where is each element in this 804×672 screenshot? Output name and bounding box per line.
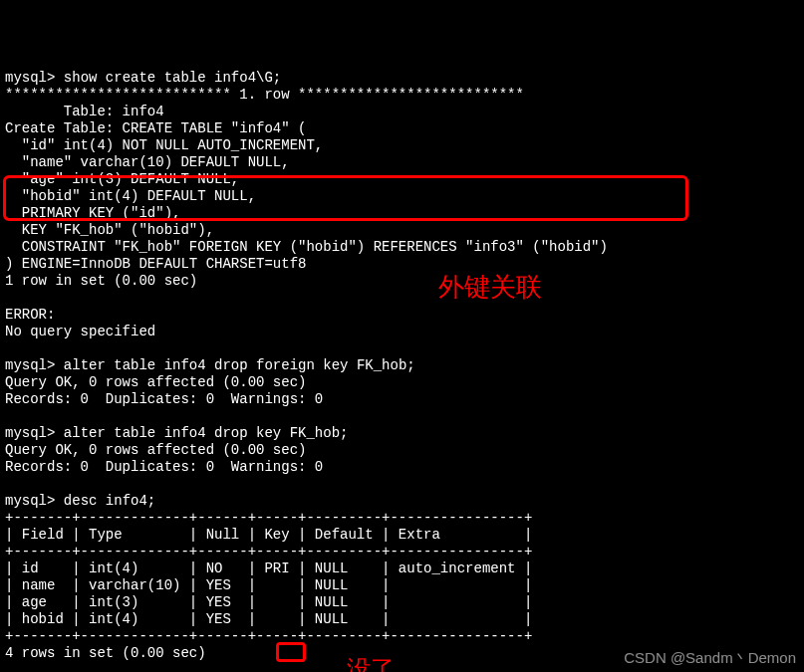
create-line: "id" int(4) NOT NULL AUTO_INCREMENT, xyxy=(5,137,323,153)
prompt: mysql> xyxy=(5,70,55,86)
create-line: ) ENGINE=InnoDB DEFAULT CHARSET=utf8 xyxy=(5,256,306,272)
query-ok: Query OK, 0 rows affected (0.00 sec) xyxy=(5,442,306,458)
terminal-output: mysql> show create table info4\G; ******… xyxy=(5,70,799,662)
rows-in-set: 1 row in set (0.00 sec) xyxy=(5,273,197,289)
rows-in-set: 4 rows in set (0.00 sec) xyxy=(5,645,206,661)
prompt: mysql> xyxy=(5,425,55,441)
create-line: "hobid" int(4) DEFAULT NULL, xyxy=(5,188,256,204)
error-text: No query specified xyxy=(5,324,155,339)
create-line: "name" varchar(10) DEFAULT NULL, xyxy=(5,154,290,170)
table-row: | id | int(4) | NO | PRI | NULL | auto_i… xyxy=(5,560,532,576)
query-ok: Query OK, 0 rows affected (0.00 sec) xyxy=(5,374,306,390)
create-line: PRIMARY KEY ("id"), xyxy=(5,205,180,221)
create-line: "age" int(3) DEFAULT NULL, xyxy=(5,171,239,187)
watermark: CSDN @Sandm丶Demon xyxy=(624,649,796,666)
command-text[interactable]: show create table info4\G; xyxy=(64,70,281,86)
table-border: +-------+-------------+------+-----+----… xyxy=(5,510,532,526)
error-label: ERROR: xyxy=(5,307,55,323)
prompt: mysql> xyxy=(5,493,55,509)
create-line-constraint: CONSTRAINT "FK_hob" FOREIGN KEY ("hobid"… xyxy=(5,239,608,255)
command-text[interactable]: alter table info4 drop foreign key FK_ho… xyxy=(64,357,415,373)
table-row: | age | int(3) | YES | | NULL | | xyxy=(5,594,532,610)
table-row: | hobid | int(4) | YES | | NULL | | xyxy=(5,611,532,627)
create-line: Create Table: CREATE TABLE "info4" ( xyxy=(5,120,306,136)
table-border: +-------+-------------+------+-----+----… xyxy=(5,544,532,560)
table-name-line: Table: info4 xyxy=(5,104,164,119)
annotation-gone-label: 没了 xyxy=(347,660,395,672)
command-text[interactable]: desc info4; xyxy=(64,493,155,509)
records-line: Records: 0 Duplicates: 0 Warnings: 0 xyxy=(5,391,323,407)
create-line-key: KEY "FK_hob" ("hobid"), xyxy=(5,222,214,238)
records-line: Records: 0 Duplicates: 0 Warnings: 0 xyxy=(5,459,323,475)
command-text[interactable]: alter table info4 drop key FK_hob; xyxy=(64,425,349,441)
prompt: mysql> xyxy=(5,357,55,373)
annotation-fk-label: 外键关联 xyxy=(438,279,542,296)
table-header: | Field | Type | Null | Key | Default | … xyxy=(5,527,532,543)
row-separator: *************************** 1. row *****… xyxy=(5,87,524,103)
table-row: | name | varchar(10) | YES | | NULL | | xyxy=(5,577,532,593)
table-border: +-------+-------------+------+-----+----… xyxy=(5,628,532,644)
